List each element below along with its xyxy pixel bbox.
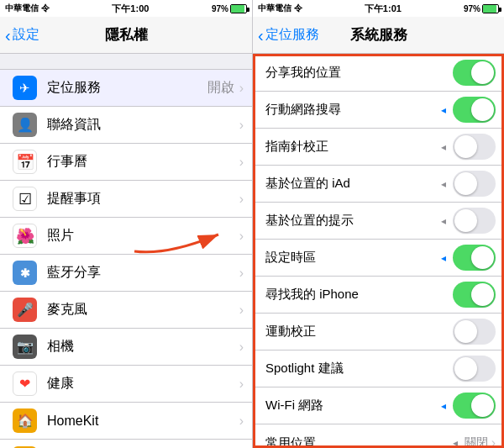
frequent-label: 常用位置 [265, 435, 453, 449]
health-icon-wrap: ❤ [13, 372, 37, 396]
frequent-chevron: › [491, 435, 496, 448]
right-item-share-location[interactable]: 分享我的位置 [253, 55, 504, 92]
right-item-wifi[interactable]: Wi-Fi 網路 ◂ [253, 387, 504, 424]
list-item-homekit[interactable]: 🏠 HomeKit › [0, 403, 252, 440]
right-item-mobile-search[interactable]: 行動網路搜尋 ◂ [253, 92, 504, 129]
right-item-iad[interactable]: 基於位置的 iAd ◂ [253, 166, 504, 203]
photos-label: 照片 [47, 227, 239, 245]
location-chevron: › [239, 81, 244, 96]
compass-toggle[interactable] [453, 134, 496, 160]
timezone-right: ◂ [441, 245, 496, 271]
mobile-search-loc-icon: ◂ [441, 104, 446, 116]
find-iphone-toggle[interactable] [453, 282, 496, 308]
right-nav-bar: ‹ 定位服務 系統服務 [253, 17, 504, 54]
contacts-label: 聯絡資訊 [47, 116, 239, 134]
contacts-chevron: › [239, 118, 244, 133]
timezone-loc-icon: ◂ [441, 252, 446, 264]
timezone-toggle[interactable] [453, 245, 496, 271]
list-item-photos[interactable]: 🌺 照片 › [0, 218, 252, 255]
right-item-compass[interactable]: 指南針校正 ◂ [253, 129, 504, 166]
iad-toggle[interactable] [453, 171, 496, 197]
wifi-loc-icon: ◂ [441, 400, 446, 412]
list-item-motion[interactable]: 🏃 運動記錄 › [0, 440, 252, 448]
reminders-label: 提醒事項 [47, 190, 239, 208]
motion-cal-right [453, 319, 496, 345]
microphone-icon-wrap: 🎤 [13, 298, 37, 322]
right-item-motion-cal[interactable]: 運動校正 [253, 314, 504, 350]
right-item-find-iphone[interactable]: 尋找我的 iPhone [253, 277, 504, 314]
frequent-value: 關閉 [465, 435, 488, 448]
left-back-label: 設定 [13, 26, 39, 44]
iad-label: 基於位置的 iAd [265, 176, 441, 192]
right-item-frequent[interactable]: 常用位置 ◂ 關閉 › [253, 424, 504, 448]
right-item-location-suggest[interactable]: 基於位置的提示 ◂ [253, 203, 504, 240]
bluetooth-chevron: › [239, 266, 244, 281]
reminders-icon-wrap: ☑ [13, 187, 37, 211]
calendar-label: 行事曆 [47, 153, 239, 171]
spotlight-toggle[interactable] [453, 356, 496, 382]
right-status-bar: 中華電信 令 下午1:01 97% [253, 0, 504, 17]
mobile-search-toggle[interactable] [453, 97, 496, 123]
iad-right: ◂ [441, 171, 496, 197]
location-suggest-right: ◂ [441, 208, 496, 234]
wifi-toggle[interactable] [453, 393, 496, 419]
right-back-label: 定位服務 [265, 26, 319, 44]
health-chevron: › [239, 377, 244, 392]
list-item-microphone[interactable]: 🎤 麥克風 › [0, 292, 252, 329]
photos-icon-wrap: 🌺 [13, 224, 37, 248]
compass-label: 指南針校正 [265, 139, 441, 155]
compass-right: ◂ [441, 134, 496, 160]
motion-cal-label: 運動校正 [265, 324, 453, 340]
left-battery-area: 97% [212, 4, 247, 13]
location-label: 定位服務 [47, 79, 207, 97]
share-location-toggle[interactable] [453, 60, 496, 86]
microphone-chevron: › [239, 303, 244, 318]
mobile-search-label: 行動網路搜尋 [265, 102, 441, 118]
left-back-chevron: ‹ [5, 27, 11, 44]
motion-cal-toggle[interactable] [453, 319, 496, 345]
left-status-bar: 中華電信 令 下午1:00 97% [0, 0, 252, 17]
left-battery-icon [230, 4, 247, 13]
camera-label: 相機 [47, 338, 239, 356]
left-nav-title: 隱私權 [105, 25, 148, 45]
compass-loc-icon: ◂ [441, 141, 446, 153]
right-battery-pct: 97% [464, 4, 480, 13]
find-iphone-label: 尋找我的 iPhone [265, 287, 453, 303]
location-icon-wrap: ✈ [13, 76, 37, 100]
left-time: 下午1:00 [112, 3, 149, 15]
left-panel: 中華電信 令 下午1:00 97% ‹ 設定 隱私權 ✈ 定位服務 開啟 › [0, 0, 252, 448]
right-item-spotlight[interactable]: Spotlight 建議 [253, 350, 504, 387]
right-battery-fill [483, 5, 496, 13]
reminders-chevron: › [239, 192, 244, 207]
location-suggest-toggle[interactable] [453, 208, 496, 234]
list-item-reminders[interactable]: ☑ 提醒事項 › [0, 181, 252, 218]
health-label: 健康 [47, 375, 239, 393]
camera-icon-wrap: 📷 [13, 335, 37, 359]
right-battery-icon [482, 4, 499, 13]
list-item-calendar[interactable]: 📅 行事曆 › [0, 144, 252, 181]
photos-chevron: › [239, 229, 244, 244]
bluetooth-label: 藍牙分享 [47, 264, 239, 282]
frequent-right: ◂ 關閉 › [453, 435, 496, 448]
contacts-icon-wrap: 👤 [13, 113, 37, 137]
list-item-health[interactable]: ❤ 健康 › [0, 366, 252, 403]
right-carrier: 中華電信 令 [258, 3, 302, 14]
left-back-button[interactable]: ‹ 設定 [5, 26, 39, 44]
spotlight-label: Spotlight 建議 [265, 361, 453, 377]
frequent-loc-icon: ◂ [453, 437, 458, 448]
list-item-location[interactable]: ✈ 定位服務 開啟 › [0, 70, 252, 107]
spotlight-right [453, 356, 496, 382]
right-item-timezone[interactable]: 設定時區 ◂ [253, 240, 504, 277]
list-item-bluetooth[interactable]: ✱ 藍牙分享 › [0, 255, 252, 292]
list-item-contacts[interactable]: 👤 聯絡資訊 › [0, 107, 252, 144]
list-item-camera[interactable]: 📷 相機 › [0, 329, 252, 366]
right-back-button[interactable]: ‹ 定位服務 [258, 26, 319, 44]
find-iphone-right [453, 282, 496, 308]
right-panel: 中華電信 令 下午1:01 97% ‹ 定位服務 系統服務 分享我的位置 [252, 0, 504, 448]
left-battery-pct: 97% [212, 4, 228, 13]
right-scroll[interactable]: 分享我的位置 行動網路搜尋 ◂ 指南針校正 ◂ [253, 54, 504, 448]
right-back-chevron: ‹ [258, 27, 264, 44]
left-carrier: 中華電信 令 [5, 3, 50, 14]
iad-loc-icon: ◂ [441, 178, 446, 190]
left-scroll[interactable]: ✈ 定位服務 開啟 › 👤 聯絡資訊 › 📅 行事曆 › ☑ 提醒事項 › [0, 54, 252, 448]
